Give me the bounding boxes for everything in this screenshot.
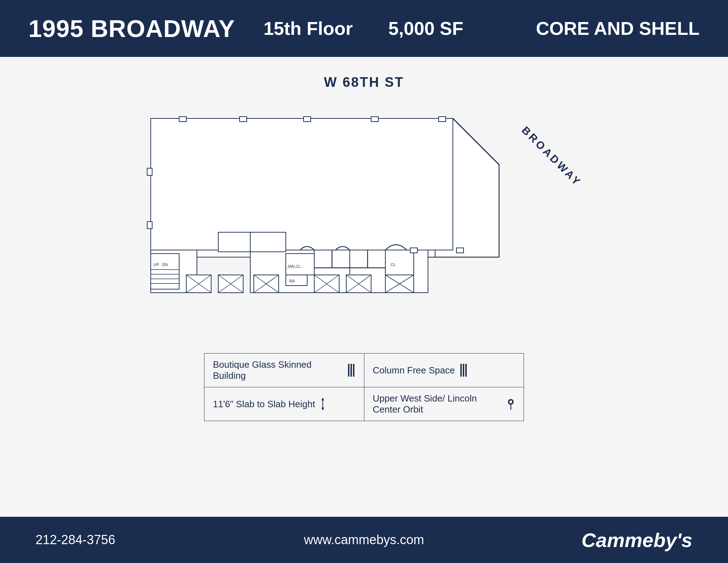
svg-rect-55: [250, 232, 286, 252]
pin-icon: [507, 398, 515, 410]
columns-icon: [347, 364, 355, 377]
svg-rect-1: [151, 118, 453, 250]
svg-rect-51: [147, 168, 152, 175]
svg-rect-59: [353, 364, 354, 377]
features-row-2: 11'6" Slab to Slab Height Upper West Sid…: [204, 387, 524, 421]
footer-phone: 212-284-3756: [36, 532, 255, 547]
street-north-label: W 68TH ST: [324, 75, 404, 90]
svg-rect-21: [151, 254, 179, 289]
svg-marker-65: [321, 408, 324, 410]
header-sf: 5,000 SF: [388, 18, 463, 39]
svg-point-67: [509, 400, 512, 403]
feature-cell-1: Boutique Glass Skinned Building: [204, 354, 364, 387]
svg-rect-61: [463, 364, 464, 377]
svg-rect-58: [350, 364, 352, 377]
svg-rect-50: [439, 117, 446, 122]
svg-rect-46: [179, 117, 186, 122]
boutique-label: Boutique Glass Skinned Building: [213, 359, 343, 381]
svg-text:RA: RA: [289, 279, 295, 283]
header: 1995 BROADWAY 15th Floor 5,000 SF CORE A…: [0, 0, 728, 57]
columns-icon2: [459, 364, 468, 377]
feature-cell-2: Column Free Space: [364, 354, 524, 387]
svg-text:DN: DN: [162, 262, 168, 267]
header-address: 1995 BROADWAY: [28, 15, 235, 42]
header-type: CORE AND SHELL: [536, 18, 700, 39]
floorplan-wrapper: BROADWAY .fp-line { stroke: #1a2d4f; str…: [115, 97, 613, 339]
footer-brand-text: Cammeby's: [582, 529, 692, 551]
svg-rect-47: [240, 117, 247, 122]
slab-height-label: 11'6" Slab to Slab Height: [213, 399, 315, 410]
location-label: Upper West Side/ Lincoln Center Orbit: [373, 393, 503, 415]
footer-brand: Cammeby's: [473, 529, 692, 552]
svg-rect-53: [410, 248, 417, 253]
svg-rect-49: [371, 117, 378, 122]
footer: 212-284-3756 www.cammebys.com Cammeby's: [0, 517, 728, 563]
feature-cell-3: 11'6" Slab to Slab Height: [204, 387, 364, 421]
svg-text:UP: UP: [154, 262, 159, 267]
svg-marker-64: [321, 398, 324, 400]
features-table: Boutique Glass Skinned Building Column F…: [204, 353, 524, 421]
svg-text:JAN.CL.: JAN.CL.: [287, 264, 302, 269]
svg-rect-54: [456, 248, 464, 253]
svg-rect-56: [218, 232, 250, 252]
svg-rect-48: [304, 117, 311, 122]
features-section: Boutique Glass Skinned Building Column F…: [204, 353, 524, 421]
main-content: W 68TH ST BROADWAY .fp-line { stroke: #1…: [0, 57, 728, 517]
header-floor: 15th Floor: [263, 18, 353, 39]
column-free-label: Column Free Space: [373, 365, 455, 376]
height-icon: [319, 398, 326, 410]
svg-rect-62: [465, 364, 467, 377]
svg-rect-17: [385, 250, 414, 278]
svg-text:CL.: CL.: [391, 262, 397, 267]
svg-rect-52: [147, 222, 152, 229]
feature-cell-4: Upper West Side/ Lincoln Center Orbit: [364, 387, 524, 421]
floorplan-svg: .fp-line { stroke: #1a2d4f; stroke-width…: [115, 97, 613, 339]
svg-rect-57: [348, 364, 349, 377]
svg-rect-19: [286, 275, 307, 286]
features-row-1: Boutique Glass Skinned Building Column F…: [204, 354, 524, 387]
svg-rect-60: [460, 364, 462, 377]
footer-website: www.cammebys.com: [255, 532, 473, 547]
